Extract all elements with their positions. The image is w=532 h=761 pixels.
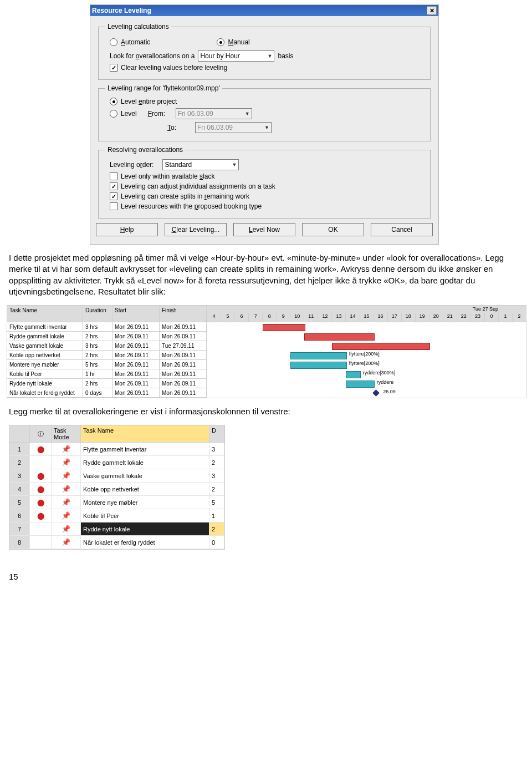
radio-entire-project[interactable]: Level entire project <box>110 98 423 105</box>
overalloc-label: Look for overallocations on a <box>110 52 195 60</box>
task-row[interactable]: 2📌Rydde gammelt lokale2 <box>9 456 224 469</box>
gantt-head-finish: Finish <box>160 306 207 322</box>
task-row[interactable]: 5⬤📌Montere nye møbler5 <box>9 496 224 509</box>
grid-head-d: D <box>209 425 224 443</box>
leveling-range-group: Leveling range for 'flyttekontor09.mpp' … <box>98 84 431 141</box>
gantt-row: Koble til Pcer1 hrMon 26.09.11Mon 26.09.… <box>7 369 526 379</box>
dialog-title: Resource Leveling <box>92 7 151 14</box>
order-label: Leveling order: <box>110 161 154 169</box>
to-label: To: <box>167 124 184 131</box>
gantt-row: Flytte gammelt inventar3 hrsMon 26.09.11… <box>7 322 526 332</box>
overallocation-icon: ⬤ <box>37 445 44 453</box>
check-proposed[interactable]: Level resources with the proposed bookin… <box>110 202 423 210</box>
gantt-row: Vaske gammelt lokale3 hrsMon 26.09.11Tue… <box>7 341 526 351</box>
task-row[interactable]: 7📌Rydde nytt lokale2 <box>9 522 224 536</box>
gantt-head-name: Task Name <box>7 306 83 322</box>
grid-head-mode: Task Mode <box>52 425 81 443</box>
clear-leveling-button[interactable]: Clear Leveling... <box>165 223 227 236</box>
paragraph-2: Legg merke til at overallokeringene er v… <box>9 406 523 417</box>
pin-icon: 📌 <box>62 458 70 466</box>
info-icon: ⓘ <box>30 425 52 443</box>
page-number: 15 <box>9 572 525 581</box>
resolving-legend: Resolving overallocations <box>105 146 185 154</box>
radio-level-range[interactable]: Level <box>110 110 137 118</box>
pin-icon: 📌 <box>62 445 70 453</box>
range-legend: Leveling range for 'flyttekontor09.mpp' <box>105 84 222 92</box>
gantt-row: Når lokalet er ferdig ryddet0 daysMon 26… <box>7 388 526 398</box>
overallocation-icon: ⬤ <box>37 485 44 493</box>
order-combo[interactable]: Standard▼ <box>162 159 239 170</box>
grid-head-name: Task Name <box>81 425 209 443</box>
from-label: From: <box>148 110 165 118</box>
pin-icon: 📌 <box>62 525 70 533</box>
gantt-screenshot: Task Name Duration Start Finish Tue 27 S… <box>7 305 526 398</box>
gantt-row: Montere nye møbler5 hrsMon 26.09.11Mon 2… <box>7 360 526 369</box>
pin-icon: 📌 <box>62 485 70 493</box>
task-row[interactable]: 6⬤📌Koble til Pcer1 <box>9 509 224 522</box>
radio-automatic[interactable]: AAutomaticutomatic <box>110 38 150 46</box>
check-slack[interactable]: Level only within available slack <box>110 173 423 180</box>
from-date: Fri 06.03.09▼ <box>176 108 252 119</box>
task-row[interactable]: 3⬤📌Vaske gammelt lokale3 <box>9 469 224 483</box>
task-row[interactable]: 8📌Når lokalet er ferdig ryddet0 <box>9 536 224 549</box>
task-row[interactable]: 4⬤📌Koble opp nettverket2 <box>9 483 224 496</box>
gantt-head-dur: Duration <box>83 306 112 322</box>
close-icon[interactable]: ✕ <box>427 6 437 15</box>
leveling-calculations-group: Leveling calculations AAutomaticutomatic… <box>98 23 431 80</box>
to-date: Fri 06.03.09▼ <box>195 122 272 133</box>
clear-leveling-check[interactable]: Clear leveling values before leveling <box>110 64 423 72</box>
help-button[interactable]: Help <box>96 223 158 236</box>
resource-leveling-dialog: Resource Leveling ✕ Leveling calculation… <box>90 4 439 245</box>
gantt-timeline-header: Tue 27 Sep 45678910111213141516171819202… <box>207 306 526 322</box>
pin-icon: 📌 <box>62 538 70 546</box>
overallocation-icon: ⬤ <box>37 512 44 520</box>
dialog-titlebar: Resource Leveling ✕ <box>90 5 438 16</box>
check-splits[interactable]: Leveling can create splits in remaining … <box>110 192 423 200</box>
pin-icon: 📌 <box>62 511 70 520</box>
gantt-row: Koble opp nettverket2 hrsMon 26.09.11Mon… <box>7 351 526 360</box>
task-row[interactable]: 1⬤📌Flytte gammelt inventar3 <box>9 443 224 456</box>
grid-head-id <box>9 425 30 443</box>
overallocation-icon: ⬤ <box>37 499 44 506</box>
paragraph-1: I dette prosjektet med oppløsning på tim… <box>9 252 523 297</box>
basis-label: basis <box>278 52 293 60</box>
gantt-row: Rydde gammelt lokale2 hrsMon 26.09.11Mon… <box>7 332 526 341</box>
radio-manual[interactable]: Manual <box>217 38 249 46</box>
overallocation-icon: ⬤ <box>37 472 44 480</box>
pin-icon: 📌 <box>62 471 70 480</box>
pin-icon: 📌 <box>62 498 70 506</box>
ok-button[interactable]: OK <box>302 223 364 236</box>
gantt-row: Rydde nytt lokale2 hrsMon 26.09.11Mon 26… <box>7 379 526 388</box>
task-grid-screenshot: ⓘ Task Mode Task Name D 1⬤📌Flytte gammel… <box>9 425 225 550</box>
resolving-group: Resolving overallocations Leveling order… <box>98 146 431 219</box>
leveling-calc-legend: Leveling calculations <box>105 23 171 31</box>
check-adjust[interactable]: Leveling can adjust individual assignmen… <box>110 182 423 190</box>
cancel-button[interactable]: Cancel <box>371 223 433 236</box>
overalloc-combo[interactable]: Hour by Hour▼ <box>198 50 274 62</box>
gantt-head-start: Start <box>112 306 160 322</box>
level-now-button[interactable]: Level Now <box>233 223 295 236</box>
